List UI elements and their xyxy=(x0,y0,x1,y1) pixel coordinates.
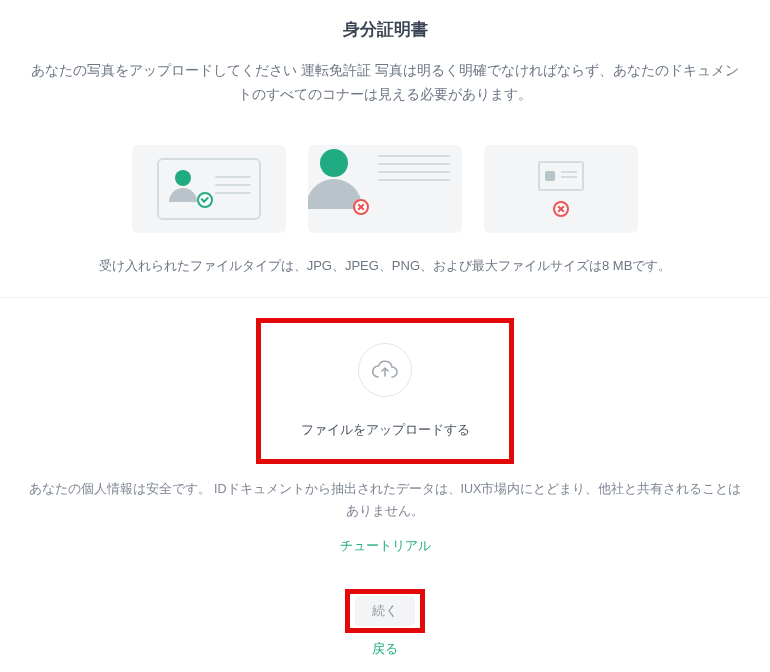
tutorial-link[interactable]: チュートリアル xyxy=(0,537,770,555)
x-circle-icon xyxy=(553,201,569,217)
upload-instructions: あなたの写真をアップロードしてください 運転免許証 写真は明るく明確でなければな… xyxy=(0,59,770,107)
divider xyxy=(0,297,770,298)
id-card-icon xyxy=(157,158,261,220)
id-card-small-icon xyxy=(538,161,584,191)
check-circle-icon xyxy=(197,192,213,208)
example-cards xyxy=(0,145,770,233)
cloud-upload-icon xyxy=(358,343,412,397)
continue-button[interactable]: 続く xyxy=(355,596,415,626)
example-card-cropped xyxy=(308,145,462,233)
example-card-too-small xyxy=(484,145,638,233)
person-icon xyxy=(169,170,197,202)
example-card-good xyxy=(132,145,286,233)
back-link[interactable]: 戻る xyxy=(0,641,770,658)
upload-label: ファイルをアップロードする xyxy=(301,421,470,439)
privacy-notice: あなたの個人情報は安全です。 IDドキュメントから抽出されたデータは、IUX市場… xyxy=(0,476,770,537)
person-icon xyxy=(308,149,362,209)
page-title: 身分証明書 xyxy=(0,18,770,41)
x-circle-icon xyxy=(353,199,369,215)
continue-highlight: 続く xyxy=(345,589,425,633)
file-type-info: 受け入れられたファイルタイプは、JPG、JPEG、PNG、および最大ファイルサイ… xyxy=(0,257,770,297)
upload-dropzone[interactable]: ファイルをアップロードする xyxy=(256,318,514,464)
